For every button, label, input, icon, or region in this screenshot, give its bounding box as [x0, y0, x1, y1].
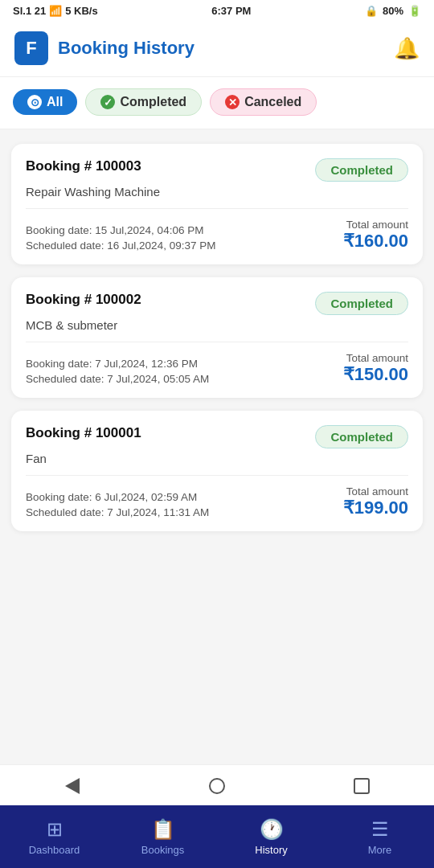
amount-label: Total amount	[343, 352, 408, 364]
nav-item-history[interactable]: 🕐 History	[217, 812, 326, 862]
card-divider	[26, 342, 408, 342]
all-dot-icon: ⊙	[27, 95, 42, 109]
nav-history-label: History	[255, 844, 287, 856]
booking-date: Booking date: 7 Jul,2024, 12:36 PM	[26, 358, 209, 370]
table-row[interactable]: Booking # 100003 Completed Repair Washin…	[11, 144, 423, 264]
dashboard-icon: ⊞	[47, 818, 63, 841]
logo-letter: F	[26, 38, 36, 59]
card-footer: Booking date: 7 Jul,2024, 12:36 PM Sched…	[26, 352, 408, 385]
android-back-button[interactable]	[59, 773, 85, 799]
scheduled-date: Scheduled date: 16 Jul,2024, 09:37 PM	[26, 240, 215, 252]
booking-dates: Booking date: 15 Jul,2024, 04:06 PM Sche…	[26, 224, 215, 252]
canceled-dot-icon: ✕	[225, 95, 240, 109]
filter-canceled-label: Canceled	[244, 95, 301, 109]
booking-id: Booking # 100001	[26, 425, 141, 441]
amount-value: ₹160.00	[343, 231, 408, 252]
table-row[interactable]: Booking # 100001 Completed Fan Booking d…	[11, 411, 423, 531]
card-header: Booking # 100001 Completed	[26, 425, 408, 448]
amount-block: Total amount ₹199.00	[343, 485, 408, 518]
booking-date: Booking date: 15 Jul,2024, 04:06 PM	[26, 224, 215, 236]
amount-block: Total amount ₹150.00	[343, 352, 408, 385]
battery-bar: 🔋	[408, 5, 421, 17]
status-bar: Sl.1 21 📶 5 KB/s 6:37 PM 🔒 80% 🔋	[0, 0, 434, 22]
amount-value: ₹150.00	[343, 364, 408, 385]
card-header: Booking # 100003 Completed	[26, 158, 408, 182]
service-name: MCB & submeter	[26, 318, 408, 332]
page-title: Booking History	[58, 38, 194, 59]
app-logo: F	[14, 31, 48, 65]
table-row[interactable]: Booking # 100002 Completed MCB & submete…	[11, 277, 423, 398]
card-header: Booking # 100002 Completed	[26, 292, 408, 315]
scheduled-date: Scheduled date: 7 Jul,2024, 11:31 AM	[26, 506, 209, 518]
nav-dashboard-label: Dashboard	[29, 844, 80, 856]
service-name: Fan	[26, 452, 408, 465]
amount-block: Total amount ₹160.00	[343, 219, 408, 252]
more-icon: ☰	[371, 818, 389, 841]
status-time: 6:37 PM	[211, 5, 251, 17]
filter-completed-label: Completed	[120, 95, 186, 109]
card-footer: Booking date: 15 Jul,2024, 04:06 PM Sche…	[26, 219, 408, 252]
card-divider	[26, 208, 408, 209]
booking-id: Booking # 100002	[26, 292, 141, 308]
header-left: F Booking History	[14, 31, 194, 65]
wifi-icon: 📶	[49, 5, 62, 17]
nav-item-more[interactable]: ☰ More	[326, 812, 434, 862]
android-nav-bar	[0, 764, 434, 805]
nav-more-label: More	[368, 844, 392, 856]
filter-completed-button[interactable]: ✓ Completed	[85, 88, 202, 116]
booking-list: Booking # 100003 Completed Repair Washin…	[0, 129, 434, 628]
android-home-button[interactable]	[204, 773, 230, 799]
status-left: Sl.1 21 📶 5 KB/s	[13, 5, 98, 17]
filter-canceled-button[interactable]: ✕ Canceled	[210, 88, 317, 116]
nav-item-dashboard[interactable]: ⊞ Dashboard	[0, 812, 108, 862]
status-right: 🔒 80% 🔋	[365, 5, 421, 17]
amount-value: ₹199.00	[343, 497, 408, 518]
bottom-nav: ⊞ Dashboard 📋 Bookings 🕐 History ☰ More	[0, 805, 434, 868]
battery-icon: 🔒	[365, 5, 378, 17]
completed-dot-icon: ✓	[100, 95, 115, 109]
status-badge: Completed	[315, 158, 408, 182]
notification-bell-icon[interactable]: 🔔	[394, 36, 420, 61]
scheduled-date: Scheduled date: 7 Jul,2024, 05:05 AM	[26, 373, 209, 385]
bookings-icon: 📋	[151, 818, 175, 841]
amount-label: Total amount	[343, 219, 408, 231]
status-badge: Completed	[315, 425, 408, 448]
card-footer: Booking date: 6 Jul,2024, 02:59 AM Sched…	[26, 485, 408, 518]
carrier-text: Sl.1 21	[13, 5, 46, 17]
wifi-speed: 5 KB/s	[65, 5, 97, 17]
booking-date: Booking date: 6 Jul,2024, 02:59 AM	[26, 491, 209, 503]
history-icon: 🕐	[260, 818, 284, 841]
service-name: Repair Washing Machine	[26, 185, 408, 199]
nav-item-bookings[interactable]: 📋 Bookings	[108, 812, 217, 862]
filter-all-button[interactable]: ⊙ All	[13, 89, 77, 115]
booking-dates: Booking date: 7 Jul,2024, 12:36 PM Sched…	[26, 358, 209, 385]
header: F Booking History 🔔	[0, 22, 434, 77]
nav-bookings-label: Bookings	[141, 844, 184, 856]
filter-bar: ⊙ All ✓ Completed ✕ Canceled	[0, 77, 434, 129]
booking-dates: Booking date: 6 Jul,2024, 02:59 AM Sched…	[26, 491, 209, 518]
battery-level: 80%	[383, 5, 403, 17]
amount-label: Total amount	[343, 485, 408, 497]
card-divider	[26, 475, 408, 476]
booking-id: Booking # 100003	[26, 158, 141, 174]
android-recents-button[interactable]	[349, 773, 375, 799]
status-badge: Completed	[315, 292, 408, 315]
filter-all-label: All	[47, 95, 63, 109]
